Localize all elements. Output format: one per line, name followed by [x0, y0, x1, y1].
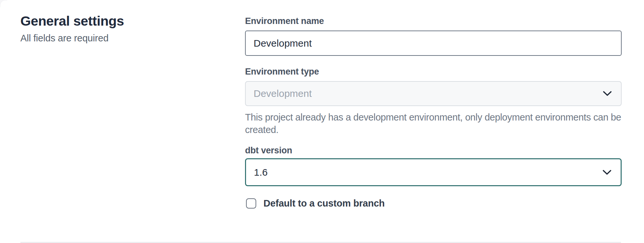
environment-type-helper-text: This project already has a development e… — [245, 111, 623, 136]
chevron-down-icon — [603, 91, 612, 97]
card-corner — [0, 0, 7, 7]
environment-name-field: Environment name — [245, 16, 622, 56]
environment-name-input[interactable] — [245, 31, 622, 56]
dbt-version-field: dbt version 1.6 — [245, 145, 622, 186]
environment-type-label: Environment type — [245, 66, 622, 77]
environment-name-label: Environment name — [245, 16, 622, 26]
environment-type-select: Development — [245, 81, 622, 106]
chevron-down-icon — [603, 169, 611, 175]
custom-branch-label[interactable]: Default to a custom branch — [263, 198, 385, 209]
custom-branch-checkbox[interactable] — [246, 198, 256, 209]
dbt-version-label: dbt version — [245, 145, 622, 156]
general-settings-form: Environment name Environment type Develo… — [245, 0, 622, 209]
environment-type-value: Development — [254, 88, 312, 99]
section-intro: General settings All fields are required — [20, 13, 205, 44]
section-divider — [20, 242, 621, 243]
environment-type-field: Environment type Development This projec… — [245, 66, 622, 136]
custom-branch-row[interactable]: Default to a custom branch — [245, 198, 622, 209]
dbt-version-select[interactable]: 1.6 — [245, 158, 622, 186]
page-subtitle: All fields are required — [20, 33, 205, 44]
page-title: General settings — [20, 13, 205, 29]
dbt-version-value: 1.6 — [254, 167, 268, 178]
general-settings-panel: General settings All fields are required… — [0, 0, 644, 243]
